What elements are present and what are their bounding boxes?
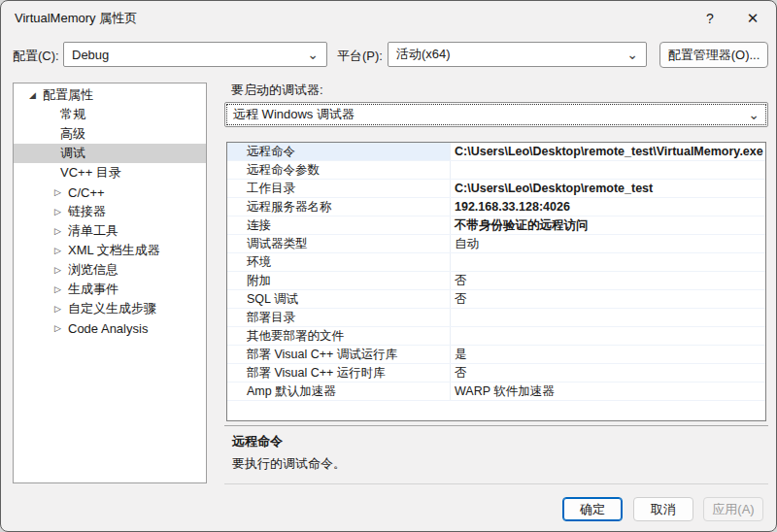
tree-item-label: Code Analysis [68,321,148,336]
property-value[interactable]: 否 [451,364,765,382]
tree-item[interactable]: 调试 [14,144,206,163]
chevron-down-icon: ⌄ [307,44,319,65]
tree-item-label: 生成事件 [68,281,118,298]
property-value[interactable] [451,309,765,326]
property-row: 连接不带身份验证的远程访问 [227,216,765,235]
configuration-tree: ◢配置属性常规高级调试VC++ 目录▷C/C++▷链接器▷清单工具▷XML 文档… [13,83,207,483]
configuration-manager-button[interactable]: 配置管理器(O)... [659,42,768,68]
tree-item-label: C/C++ [68,185,105,200]
debugger-select[interactable]: 远程 Windows 调试器 ⌄ [224,102,768,127]
configuration-select[interactable]: Debug ⌄ [63,42,327,67]
tree-item[interactable]: ▷自定义生成步骤 [14,299,206,318]
tree-item-label: 常规 [60,106,85,123]
property-row: 部署 Visual C++ 运行时库否 [227,364,765,382]
description-panel: 远程命令 要执行的调试命令。 [224,425,768,484]
property-row: SQL 调试否 [227,290,765,309]
property-name[interactable]: 部署 Visual C++ 运行时库 [227,364,451,382]
ok-button[interactable]: 确定 [562,497,623,521]
tree-item-label: 高级 [60,125,85,143]
property-value[interactable]: 否 [451,290,765,308]
tree-item[interactable]: ▷Code Analysis [14,318,206,338]
property-name[interactable]: 其他要部署的文件 [227,327,451,345]
property-row: 部署 Visual C++ 调试运行库是 [227,346,765,364]
collapse-icon[interactable]: ◢ [29,90,43,100]
property-value[interactable]: C:\Users\Leo\Desktop\remote_test [451,180,765,197]
property-name[interactable]: 连接 [227,216,451,234]
platform-label: 平台(P): [337,48,383,65]
tree-item-label: 配置属性 [43,86,93,104]
expand-icon[interactable]: ▷ [54,265,68,275]
property-row: 调试器类型自动 [227,235,765,253]
tree-item[interactable]: ▷C/C++ [14,183,206,202]
property-value[interactable]: 是 [451,346,765,363]
property-pages-dialog: VirtualMemory 属性页 ? ✕ 配置(C): Debug ⌄ 平台(… [0,0,777,532]
debugger-value: 远程 Windows 调试器 [233,106,355,123]
property-value[interactable]: 192.168.33.128:4026 [451,198,765,216]
debugger-to-launch-label: 要启动的调试器: [231,82,323,99]
property-name[interactable]: 远程服务器名称 [227,198,451,216]
property-value[interactable] [451,161,765,179]
property-value[interactable]: WARP 软件加速器 [451,382,765,400]
property-name[interactable]: 环境 [227,253,451,271]
tree-item-label: 清单工具 [68,222,118,240]
property-name[interactable]: 远程命令参数 [227,161,451,179]
tree-item[interactable]: VC++ 目录 [14,163,206,183]
tree-item[interactable]: 常规 [14,105,206,124]
titlebar: VirtualMemory 属性页 ? ✕ [1,1,776,36]
tree-item-label: VC++ 目录 [60,164,121,182]
expand-icon[interactable]: ▷ [54,304,68,314]
property-value[interactable] [451,327,765,345]
platform-value: 活动(x64) [396,46,451,63]
chevron-down-icon: ⌄ [748,104,760,125]
close-icon[interactable]: ✕ [733,1,772,36]
tree-item[interactable]: ▷XML 文档生成器 [14,241,206,260]
property-value[interactable]: 自动 [451,235,765,252]
property-row: 工作目录C:\Users\Leo\Desktop\remote_test [227,180,765,198]
tree-item[interactable]: ▷浏览信息 [14,260,206,280]
property-value[interactable] [451,253,765,271]
property-row: 远程命令C:\Users\Leo\Desktop\remote_test\Vir… [227,143,765,161]
property-name[interactable]: 部署 Visual C++ 调试运行库 [227,346,451,363]
expand-icon[interactable]: ▷ [54,207,68,216]
property-row: 其他要部署的文件 [227,327,765,346]
property-name[interactable]: 调试器类型 [227,235,451,252]
property-name[interactable]: 附加 [227,272,451,289]
property-row: 远程命令参数 [227,161,765,180]
configuration-label: 配置(C): [13,48,59,65]
cancel-button[interactable]: 取消 [633,497,693,521]
configuration-value: Debug [72,48,109,62]
tree-item-label: 浏览信息 [68,261,118,279]
expand-icon[interactable]: ▷ [54,226,68,236]
property-value[interactable]: 不带身份验证的远程访问 [451,216,765,234]
property-row: Amp 默认加速器WARP 软件加速器 [227,382,765,401]
tree-item[interactable]: ▷清单工具 [14,221,206,241]
description-title: 远程命令 [232,433,760,450]
property-grid: 远程命令C:\Users\Leo\Desktop\remote_test\Vir… [226,142,766,421]
tree-item[interactable]: ◢配置属性 [14,85,206,105]
expand-icon[interactable]: ▷ [54,187,68,197]
property-value[interactable]: C:\Users\Leo\Desktop\remote_test\Virtual… [451,143,765,160]
property-value[interactable]: 否 [451,272,765,289]
expand-icon[interactable]: ▷ [54,323,68,333]
window-title: VirtualMemory 属性页 [15,10,137,27]
tree-item-label: 链接器 [68,203,106,220]
tree-item[interactable]: 高级 [14,124,206,144]
property-row: 部署目录 [227,309,765,327]
chevron-down-icon: ⌄ [626,44,638,65]
help-icon[interactable]: ? [691,1,729,36]
property-row: 附加否 [227,272,765,290]
property-name[interactable]: 工作目录 [227,180,451,197]
property-row: 环境 [227,253,765,272]
platform-select[interactable]: 活动(x64) ⌄ [388,42,647,67]
configuration-row: 配置(C): Debug ⌄ 平台(P): 活动(x64) ⌄ 配置管理器(O)… [13,42,765,68]
property-name[interactable]: 远程命令 [227,143,451,160]
property-row: 远程服务器名称192.168.33.128:4026 [227,198,765,216]
property-name[interactable]: SQL 调试 [227,290,451,308]
apply-button[interactable]: 应用(A) [703,497,763,521]
property-name[interactable]: Amp 默认加速器 [227,382,451,400]
tree-item[interactable]: ▷生成事件 [14,280,206,299]
expand-icon[interactable]: ▷ [54,246,68,255]
property-name[interactable]: 部署目录 [227,309,451,326]
expand-icon[interactable]: ▷ [54,284,68,294]
tree-item[interactable]: ▷链接器 [14,202,206,221]
